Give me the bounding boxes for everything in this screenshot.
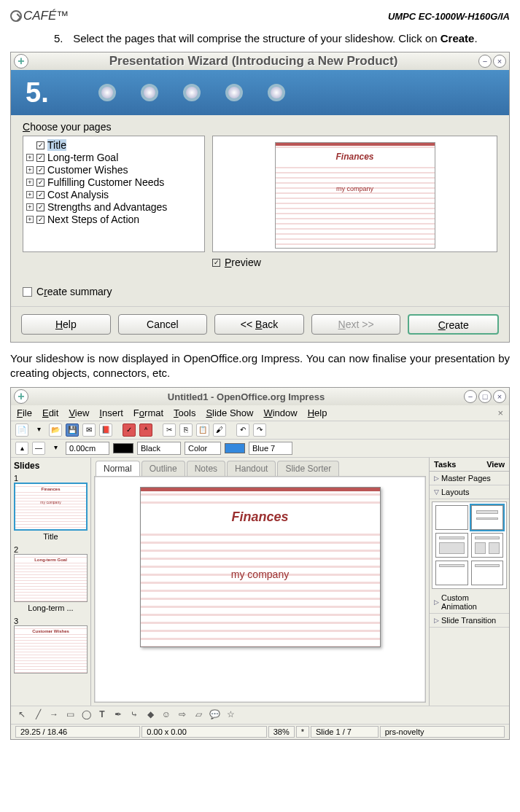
- block-arrow-icon[interactable]: ⇨: [176, 708, 189, 722]
- line-icon[interactable]: ╱: [31, 708, 44, 722]
- email-icon[interactable]: ✉: [82, 423, 96, 437]
- menu-view[interactable]: View: [69, 407, 89, 418]
- flowchart-icon[interactable]: ▱: [192, 708, 205, 722]
- step-dot: [141, 84, 158, 101]
- step-number-big: 5.: [26, 77, 49, 109]
- swatch-black[interactable]: [113, 443, 133, 453]
- tab-outline[interactable]: Outline: [141, 461, 185, 476]
- slide-title[interactable]: Finances: [141, 507, 380, 528]
- select-icon[interactable]: ↖: [15, 708, 28, 722]
- line-icon[interactable]: —: [32, 442, 45, 455]
- tasks-view[interactable]: View: [486, 460, 505, 469]
- status-template: prs-novelty: [380, 726, 505, 738]
- step-bold: Create: [441, 32, 475, 44]
- body-paragraph: Your slideshow is now displayed in OpenO…: [10, 351, 510, 380]
- menu-window[interactable]: Window: [263, 407, 297, 418]
- copy-icon[interactable]: ⎘: [179, 423, 193, 437]
- layout-content[interactable]: [435, 533, 468, 558]
- wizard-step-banner: 5.: [11, 70, 509, 115]
- menu-insert[interactable]: Insert: [99, 407, 123, 418]
- menu-slideshow[interactable]: Slide Show: [206, 407, 253, 418]
- layout-two[interactable]: [471, 533, 504, 558]
- maximize-icon[interactable]: □: [478, 390, 492, 403]
- menu-tools[interactable]: Tools: [174, 407, 195, 418]
- fill-type[interactable]: Color: [185, 442, 221, 455]
- pdf-icon[interactable]: 📕: [99, 423, 112, 437]
- tasks-header: Tasks: [434, 460, 456, 469]
- layouts-section[interactable]: ▽Layouts: [430, 485, 509, 499]
- undo-icon[interactable]: ↶: [236, 423, 249, 437]
- connector-icon[interactable]: ⤷: [128, 708, 141, 722]
- fill-color[interactable]: Blue 7: [249, 442, 292, 455]
- menu-format[interactable]: Format: [133, 407, 163, 418]
- minimize-icon[interactable]: −: [464, 390, 477, 403]
- master-pages-section[interactable]: ▷Master Pages: [430, 472, 509, 485]
- slide-editor[interactable]: Finances my company: [140, 487, 381, 647]
- slide-canvas[interactable]: Finances my company: [94, 476, 426, 703]
- doc-close-icon[interactable]: ×: [497, 407, 503, 418]
- plus-icon[interactable]: +: [14, 389, 28, 404]
- line-width[interactable]: 0.00cm: [66, 442, 109, 455]
- save-icon[interactable]: 💾: [66, 423, 79, 437]
- logo-icon: [10, 10, 22, 22]
- line-color[interactable]: Black: [137, 442, 181, 455]
- tab-notes[interactable]: Notes: [187, 461, 225, 476]
- status-zoom[interactable]: 38%: [268, 726, 295, 738]
- wizard-titlebar: + Presentation Wizard (Introducing a New…: [11, 52, 509, 70]
- drawing-toolbar: ↖ ╱ → ▭ ◯ T ✒ ⤷ ◆ ☺ ⇨ ▱ 💬 ☆: [11, 706, 509, 724]
- paste-icon[interactable]: 📋: [196, 423, 209, 437]
- step-dot: [225, 84, 243, 101]
- brush-icon[interactable]: 🖌: [213, 423, 226, 437]
- star-icon[interactable]: ☆: [224, 708, 237, 722]
- layout-title[interactable]: [471, 505, 504, 530]
- close-icon[interactable]: ×: [493, 55, 506, 68]
- menu-edit[interactable]: Edit: [42, 407, 58, 418]
- slide-thumb-2[interactable]: Long-term Goal: [14, 554, 88, 602]
- autospell-icon[interactable]: ᴬ: [139, 423, 152, 437]
- cancel-button[interactable]: Cancel: [118, 314, 208, 335]
- text-icon[interactable]: T: [96, 708, 109, 722]
- layout-blank[interactable]: [435, 505, 468, 530]
- slide-subtitle[interactable]: my company: [141, 569, 380, 580]
- page-item: +✓Long-term Goal: [26, 152, 201, 163]
- tab-sorter[interactable]: Slide Sorter: [277, 461, 339, 476]
- preview-subtitle: my company: [276, 185, 435, 192]
- spellcheck-icon[interactable]: ✓: [123, 423, 136, 437]
- menu-help[interactable]: Help: [308, 407, 327, 418]
- custom-animation-section[interactable]: ▷Custom Animation: [430, 591, 509, 614]
- cut-icon[interactable]: ✂: [163, 423, 176, 437]
- slide-thumb-1[interactable]: Financesmy company: [14, 483, 88, 531]
- symbol-icon[interactable]: ☺: [160, 708, 173, 722]
- model-number: UMPC EC-1000W-H160G/IA: [388, 11, 510, 22]
- create-button[interactable]: Create: [408, 314, 499, 335]
- close-icon[interactable]: ×: [493, 390, 506, 403]
- help-button[interactable]: Help: [21, 314, 111, 335]
- step-dot: [268, 84, 285, 101]
- back-button[interactable]: << Back: [214, 314, 304, 335]
- tab-normal[interactable]: Normal: [96, 461, 140, 476]
- ellipse-icon[interactable]: ◯: [79, 708, 93, 722]
- plus-icon[interactable]: +: [14, 54, 28, 69]
- rect-icon[interactable]: ▭: [63, 708, 77, 722]
- minimize-icon[interactable]: −: [478, 55, 492, 68]
- swatch-blue[interactable]: [225, 443, 245, 453]
- slide-transition-section[interactable]: ▷Slide Transition: [430, 614, 509, 628]
- preview-checkbox[interactable]: ✓Preview: [212, 257, 497, 268]
- menu-file[interactable]: File: [17, 407, 32, 418]
- preview-title: Finances: [276, 150, 435, 163]
- layout-list[interactable]: [435, 561, 468, 585]
- pages-list[interactable]: ✓Title +✓Long-term Goal +✓Customer Wishe…: [23, 136, 205, 252]
- slide-thumb-3[interactable]: Customer Wishes: [14, 625, 88, 674]
- layout-grid[interactable]: [471, 561, 504, 585]
- preview-pane: Finances my company: [212, 136, 497, 252]
- callout-icon[interactable]: 💬: [208, 708, 221, 722]
- tab-handout[interactable]: Handout: [227, 461, 276, 476]
- redo-icon[interactable]: ↷: [253, 423, 266, 437]
- arrow-icon[interactable]: ▴: [15, 442, 28, 455]
- curve-icon[interactable]: ✒: [112, 708, 125, 722]
- create-summary-checkbox[interactable]: Create summary: [23, 286, 497, 297]
- arrow-icon[interactable]: →: [47, 708, 61, 722]
- open-icon[interactable]: 📂: [49, 423, 62, 437]
- new-icon[interactable]: 📄: [15, 423, 28, 437]
- shapes-icon[interactable]: ◆: [144, 708, 157, 722]
